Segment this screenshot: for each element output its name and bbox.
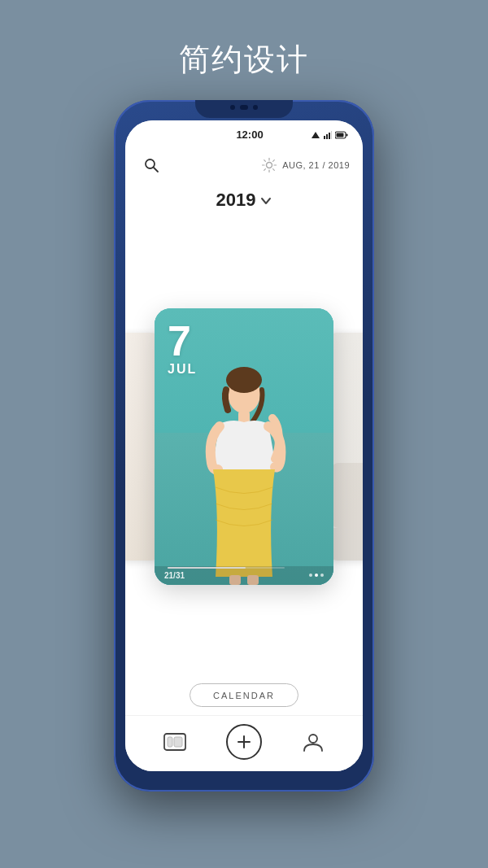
person-silhouette (187, 349, 301, 585)
status-icons (311, 131, 348, 139)
svg-rect-2 (326, 134, 328, 139)
status-bar: 12:00 (125, 120, 363, 146)
svg-rect-26 (174, 737, 182, 747)
year-selector[interactable]: 2019 (125, 185, 363, 219)
plus-icon (237, 735, 251, 749)
svg-rect-6 (337, 133, 344, 137)
calendar-button[interactable]: CALENDAR (190, 683, 298, 707)
svg-rect-1 (324, 136, 325, 139)
calendar-button-label: CALENDAR (213, 691, 275, 700)
svg-rect-4 (331, 131, 332, 139)
nav-profile-button[interactable] (297, 726, 329, 758)
status-time: 12:00 (236, 129, 263, 141)
header-date-text: AUG, 21 / 2019 (282, 160, 350, 170)
nav-gallery-button[interactable] (159, 726, 191, 758)
svg-line-9 (154, 168, 158, 172)
svg-line-16 (273, 169, 275, 171)
search-icon (143, 157, 159, 173)
cards-area: July (125, 219, 363, 674)
card-month: JUL (168, 362, 197, 377)
wifi-icon (311, 131, 320, 139)
app-header: AUG, 21 / 2019 (125, 146, 363, 185)
year-text: 2019 (216, 190, 256, 211)
svg-point-20 (226, 367, 262, 393)
nav-add-button[interactable] (226, 724, 262, 760)
header-date: AUG, 21 / 2019 (261, 157, 350, 173)
svg-line-17 (273, 160, 275, 162)
svg-line-18 (264, 169, 266, 171)
sun-icon (261, 157, 277, 173)
svg-line-15 (264, 160, 266, 162)
card-day: 7 (168, 320, 197, 362)
battery-icon (335, 131, 348, 139)
svg-marker-0 (312, 132, 320, 138)
card-dot-3 (320, 574, 324, 577)
card-pagination-dots (309, 574, 324, 577)
svg-rect-25 (168, 737, 172, 747)
calendar-button-wrap: CALENDAR (125, 674, 363, 715)
phone-notch (195, 100, 293, 118)
card-progress-text: 21/31 (164, 571, 185, 580)
gallery-icon (163, 733, 186, 751)
svg-point-10 (267, 163, 272, 168)
main-card[interactable]: 7 JUL 21/31 (155, 308, 333, 585)
card-date-overlay: 7 JUL (168, 320, 197, 377)
page-title: 简约设计 (179, 39, 309, 81)
svg-rect-7 (346, 133, 348, 136)
phone-screen: 12:00 (125, 120, 363, 771)
svg-rect-3 (329, 133, 330, 139)
phone-shell: 12:00 (114, 100, 374, 792)
search-button[interactable] (138, 152, 164, 178)
signal-icon (324, 131, 332, 139)
card-dot-1 (309, 574, 312, 577)
chevron-down-icon (260, 197, 272, 205)
card-bottom-bar: 21/31 (155, 566, 333, 585)
bottom-navigation (125, 715, 363, 771)
svg-point-8 (146, 159, 155, 168)
profile-icon (303, 731, 324, 752)
svg-point-29 (309, 735, 317, 743)
card-dot-2 (315, 574, 318, 577)
